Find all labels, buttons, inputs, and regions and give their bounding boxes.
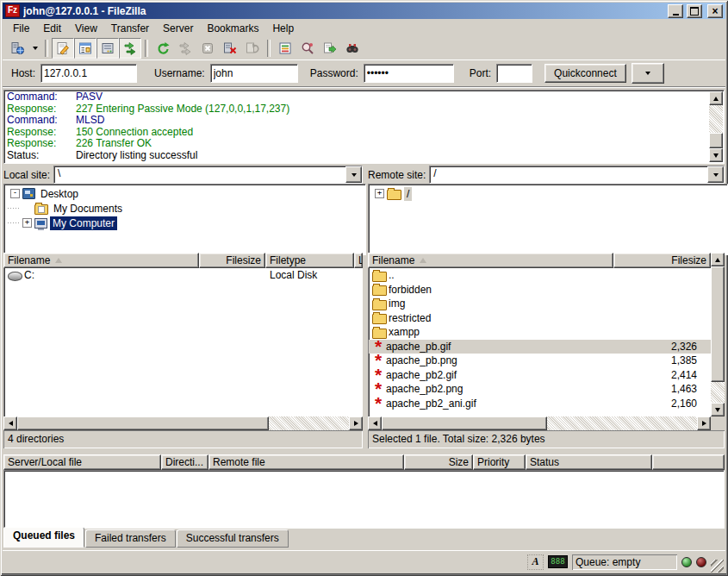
scroll-left-button[interactable] — [368, 416, 382, 430]
process-queue-button[interactable] — [174, 38, 196, 59]
column-header-direction[interactable]: Directi... — [161, 454, 208, 470]
scroll-thumb[interactable] — [709, 133, 723, 148]
column-header-filename[interactable]: Filename — [3, 253, 199, 268]
quickconnect-dropdown-button[interactable] — [632, 63, 664, 84]
column-header-priority[interactable]: Priority — [473, 454, 526, 470]
column-header-lastmodified[interactable]: L — [354, 253, 363, 268]
title-bar[interactable]: Fz john@127.0.0.1 - FileZilla — [3, 3, 725, 19]
username-input[interactable] — [210, 64, 298, 83]
remote-vertical-scrollbar[interactable] — [711, 253, 725, 416]
cancel-operation-button[interactable] — [196, 38, 219, 59]
port-input[interactable] — [496, 64, 532, 83]
column-header-server-local-file[interactable]: Server/Local file — [3, 454, 161, 470]
scroll-thumb[interactable] — [382, 416, 547, 430]
tree-indent — [8, 208, 20, 209]
tree-item[interactable]: / — [370, 186, 726, 201]
scroll-right-button[interactable] — [697, 416, 711, 430]
scroll-up-button[interactable] — [709, 91, 723, 105]
quickconnect-button[interactable]: Quickconnect — [544, 64, 626, 83]
scroll-right-button[interactable] — [349, 416, 363, 430]
image-icon — [372, 369, 384, 381]
site-manager-button[interactable] — [6, 38, 28, 59]
menu-item[interactable]: File — [6, 21, 36, 36]
scroll-down-button[interactable] — [709, 148, 723, 162]
remote-file-list-pane: Filename Filesize .. forbidden img — [368, 253, 725, 450]
remote-site-label: Remote site: — [368, 169, 426, 181]
tree-item[interactable]: My Computer — [5, 216, 364, 230]
queue-tab[interactable]: Failed transfers — [85, 529, 176, 548]
remote-horizontal-scrollbar[interactable] — [368, 416, 711, 430]
file-row[interactable]: restricted — [369, 311, 711, 326]
sort-ascending-icon — [420, 258, 426, 263]
file-row[interactable]: apache_pb.gif 2,326 — [369, 340, 711, 354]
menu-item[interactable]: Help — [265, 21, 301, 36]
filter-button[interactable] — [274, 38, 296, 59]
compare-button[interactable] — [319, 38, 341, 59]
column-header-filetype[interactable]: Filetype — [265, 253, 354, 268]
scroll-left-button[interactable] — [3, 416, 17, 430]
tree-item[interactable]: Desktop — [5, 186, 364, 201]
file-row[interactable]: apache_pb2.gif 2,414 — [369, 368, 711, 383]
menu-item[interactable]: Transfer — [104, 21, 156, 36]
tree-expander-icon[interactable] — [375, 189, 384, 198]
refresh-button[interactable] — [152, 38, 174, 59]
reconnect-button[interactable] — [241, 38, 264, 59]
toggle-remote-tree-button[interactable] — [96, 38, 119, 59]
remote-site-dropdown-button[interactable] — [707, 166, 724, 183]
local-site-combo[interactable]: \ — [53, 166, 363, 184]
scroll-thumb[interactable] — [711, 266, 725, 382]
scroll-up-button[interactable] — [711, 253, 725, 266]
remote-site-combo[interactable]: / — [429, 166, 725, 184]
chevron-down-icon — [645, 72, 650, 75]
file-row[interactable]: apache_pb.png 1,385 — [369, 354, 711, 368]
local-site-dropdown-button[interactable] — [345, 166, 362, 183]
toggle-log-button[interactable] — [52, 38, 74, 59]
column-header-filename[interactable]: Filename — [368, 253, 613, 268]
menu-item[interactable]: Server — [156, 21, 200, 36]
resize-grip[interactable] — [711, 560, 724, 573]
file-row[interactable]: xampp — [369, 325, 711, 340]
column-header-remote-file[interactable]: Remote file — [208, 454, 404, 470]
menu-item[interactable]: View — [68, 21, 104, 36]
tree-item[interactable]: My Documents — [5, 201, 364, 216]
password-input[interactable] — [364, 64, 454, 83]
menu-item[interactable]: Bookmarks — [200, 21, 265, 36]
close-button[interactable] — [707, 4, 723, 18]
file-row[interactable]: apache_pb2.png 1,463 — [369, 382, 711, 397]
file-row[interactable]: C: Local Disk — [4, 268, 363, 283]
file-size: 1,385 — [671, 354, 697, 366]
host-input[interactable] — [40, 64, 137, 83]
local-horizontal-scrollbar[interactable] — [3, 416, 363, 430]
file-row[interactable]: .. — [369, 268, 711, 283]
scroll-down-button[interactable] — [711, 403, 725, 416]
toggle-local-tree-button[interactable] — [74, 38, 96, 59]
column-header-status[interactable]: Status — [526, 454, 652, 470]
disconnect-button[interactable] — [219, 38, 241, 59]
file-size: 1,463 — [671, 383, 697, 395]
queue-tab[interactable]: Queued files — [3, 527, 84, 548]
column-header-filesize[interactable]: Filesize — [613, 253, 711, 268]
minimize-button[interactable] — [668, 4, 683, 18]
synchronized-browsing-button[interactable] — [341, 38, 364, 59]
menu-item[interactable]: Edit — [36, 21, 68, 36]
log-scrollbar[interactable] — [709, 91, 723, 162]
local-file-list: C: Local Disk — [3, 268, 363, 416]
column-header-size[interactable]: Size — [404, 454, 473, 470]
scroll-thumb[interactable] — [17, 416, 269, 430]
file-row[interactable]: img — [369, 297, 711, 311]
column-header-filesize[interactable]: Filesize — [199, 253, 265, 268]
maximize-button[interactable] — [687, 4, 702, 18]
log-line-label: Response: — [7, 127, 76, 139]
tree-expander-icon[interactable] — [22, 218, 32, 228]
file-row[interactable]: apache_pb2_ani.gif 2,160 — [369, 397, 711, 411]
site-manager-dropdown-button[interactable] — [28, 38, 41, 59]
queue-tab[interactable]: Successful transfers — [177, 529, 289, 548]
tree-expander-icon[interactable] — [10, 189, 20, 198]
search-button[interactable] — [296, 38, 319, 59]
reconnect-icon — [246, 41, 259, 55]
file-row[interactable]: forbidden — [369, 283, 711, 297]
toggle-queue-button[interactable] — [119, 38, 141, 59]
log-line: Response: 227 Entering Passive Mode (127… — [7, 103, 708, 116]
message-log-icon — [56, 41, 70, 55]
log-line-text: MLSD — [76, 115, 104, 127]
